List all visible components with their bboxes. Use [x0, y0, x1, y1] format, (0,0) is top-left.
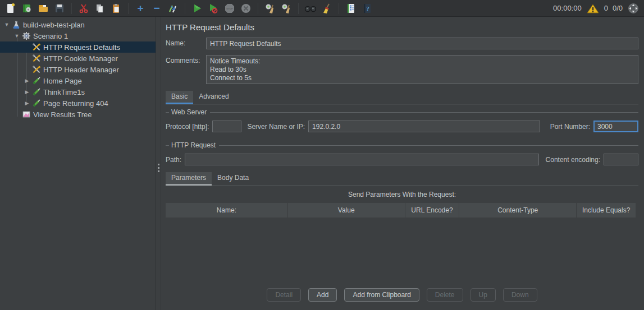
tree-item-label: View Results Tree [33, 110, 92, 119]
expand-all-icon[interactable]: + [134, 2, 147, 15]
templates-icon[interactable] [21, 2, 33, 15]
clear-icon[interactable] [264, 2, 276, 15]
content-encoding-input[interactable] [604, 154, 638, 165]
http-request-group-title: HTTP Request [166, 141, 638, 149]
shutdown-icon [240, 2, 252, 15]
down-button: Down [503, 288, 537, 302]
warning-count: 0 [604, 4, 608, 12]
help-icon[interactable]: ? [361, 2, 373, 15]
tree-item-home-page[interactable]: ▶ Home Page [0, 75, 156, 86]
parameters-tabs: Parameters Body Data [166, 172, 638, 186]
path-input[interactable] [185, 154, 539, 165]
tree-item-label: Scenario 1 [33, 32, 68, 40]
start-no-pauses-icon[interactable] [207, 2, 220, 15]
comments-label: Comments: [166, 55, 206, 64]
remote-start-icon[interactable] [627, 2, 640, 15]
panel-splitter[interactable] [156, 17, 161, 310]
save-icon[interactable] [53, 2, 66, 15]
name-input[interactable] [206, 38, 638, 49]
elapsed-time: 00:00:00 [553, 4, 582, 12]
svg-text:?: ? [366, 5, 369, 12]
paste-icon[interactable] [110, 2, 122, 15]
toolbar-separator [258, 3, 258, 14]
up-button: Up [471, 288, 496, 302]
clear-search-icon[interactable] [321, 2, 333, 15]
table-button-row: Detail Add Add from Clipboard Delete Up … [166, 285, 638, 310]
port-number-input[interactable] [593, 121, 638, 132]
parameters-table-header: Name: Value URL Encode? Content-Type Inc… [166, 203, 636, 218]
path-label: Path: [166, 156, 181, 164]
open-file-icon[interactable] [37, 2, 49, 15]
basic-advanced-tabs: Basic Advanced [166, 91, 638, 105]
tree-item-page-returning-404[interactable]: ▶ Page Returning 404 [0, 98, 156, 109]
column-header-value[interactable]: Value [288, 203, 405, 218]
tree-item-http-cookie-manager[interactable]: HTTP Cookie Manager [0, 53, 156, 64]
content-encoding-label: Content encoding: [546, 156, 600, 164]
warning-icon[interactable] [586, 2, 600, 15]
chevron-right-icon[interactable]: ▶ [22, 89, 31, 95]
clear-all-icon[interactable] [280, 2, 293, 15]
cut-icon[interactable] [77, 2, 90, 15]
detail-button: Detail [267, 288, 301, 302]
toggle-icon[interactable] [167, 2, 179, 15]
sampler-icon [31, 87, 42, 96]
tree-item-view-results-tree[interactable]: View Results Tree [0, 109, 156, 120]
chevron-down-icon[interactable]: ▼ [2, 22, 11, 27]
start-icon[interactable] [191, 2, 203, 15]
chevron-right-icon[interactable]: ▶ [22, 78, 31, 84]
config-element-icon [31, 54, 42, 63]
tree-item-label: build-web-test-plan [23, 21, 85, 29]
toolbar-separator [128, 3, 129, 14]
svg-text:STOP: STOP [226, 7, 233, 10]
new-file-icon[interactable] [4, 2, 17, 15]
tree-item-http-request-defaults[interactable]: HTTP Request Defaults [0, 41, 156, 53]
tree-item-label: Page Returning 404 [43, 99, 108, 108]
thread-count: 0/0 [613, 4, 623, 12]
tree-item-thinktime1s[interactable]: ▶ ThinkTime1s [0, 86, 156, 98]
protocol-input[interactable] [212, 121, 241, 132]
splitter-handle-icon[interactable] [158, 164, 159, 172]
add-button[interactable]: Add [308, 288, 337, 302]
toolbar: + − STOP ? 00:00:00 0 0/0 [0, 0, 644, 17]
stop-icon: STOP [223, 2, 236, 15]
toolbar-status: 00:00:00 0 0/0 [553, 2, 640, 15]
tab-advanced[interactable]: Advanced [193, 91, 234, 104]
tab-body-data[interactable]: Body Data [212, 172, 254, 186]
search-icon[interactable] [304, 2, 317, 15]
web-server-group-title: Web Server [166, 108, 638, 116]
server-name-input[interactable] [308, 121, 540, 132]
protocol-label: Protocol [http]: [166, 123, 209, 131]
toolbar-separator [339, 3, 339, 14]
collapse-all-icon[interactable]: − [150, 2, 163, 15]
name-label: Name: [166, 38, 206, 47]
port-number-label: Port Number: [550, 123, 590, 131]
element-editor-panel: HTTP Request Defaults Name: Comments: No… [161, 17, 644, 310]
sampler-icon [31, 76, 42, 85]
delete-button: Delete [427, 288, 463, 302]
tab-parameters[interactable]: Parameters [166, 172, 212, 186]
listener-icon [21, 110, 31, 119]
toolbar-separator [185, 3, 185, 14]
add-from-clipboard-button[interactable]: Add from Clipboard [344, 288, 419, 302]
test-plan-icon [11, 20, 21, 29]
column-header-include-equals[interactable]: Include Equals? [577, 203, 636, 218]
chevron-down-icon[interactable]: ▼ [12, 33, 21, 39]
sampler-icon [31, 99, 42, 108]
column-header-url-encode[interactable]: URL Encode? [405, 203, 459, 218]
column-header-name[interactable]: Name: [166, 203, 288, 218]
server-name-label: Server Name or IP: [247, 123, 305, 131]
tab-basic[interactable]: Basic [166, 91, 193, 104]
toolbar-separator [298, 3, 299, 14]
tree-item-http-header-manager[interactable]: HTTP Header Manager [0, 64, 156, 75]
copy-icon[interactable] [94, 2, 106, 15]
tree-item-scenario-1[interactable]: ▼ Scenario 1 [0, 30, 156, 41]
function-helper-icon[interactable] [345, 2, 357, 15]
comments-input[interactable]: Notice Timeouts: Read to 30s Connect to … [206, 55, 638, 84]
chevron-right-icon[interactable]: ▶ [22, 100, 31, 106]
column-header-content-type[interactable]: Content-Type [459, 203, 577, 218]
tree-item-test-plan[interactable]: ▼ build-web-test-plan [0, 19, 156, 30]
page-title: HTTP Request Defaults [166, 21, 638, 38]
parameters-table-body[interactable] [166, 218, 638, 285]
tree-item-label: HTTP Request Defaults [43, 43, 120, 52]
table-caption: Send Parameters With the Request: [166, 186, 638, 203]
